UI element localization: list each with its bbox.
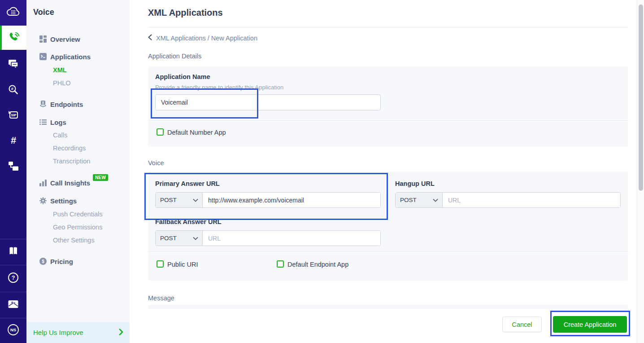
sidebar-item-applications[interactable]: Applications xyxy=(26,51,130,62)
sidebar-item-transcription[interactable]: Transcription xyxy=(26,156,130,167)
default-endpoint-app-checkbox[interactable] xyxy=(277,260,284,268)
help-us-improve-link[interactable]: Help Us Improve xyxy=(26,322,130,343)
hangup-url-input[interactable] xyxy=(443,193,620,207)
rail-item-phlo[interactable] xyxy=(0,155,26,179)
fallback-answer-url-label: Fallback Answer URL xyxy=(155,218,222,225)
hangup-url-label: Hangup URL xyxy=(395,180,435,187)
hash-glyph: # xyxy=(10,135,16,146)
billing-envelope-icon: $= xyxy=(8,299,19,311)
sidebar-item-recordings[interactable]: Recordings xyxy=(26,143,130,154)
fallback-method-select[interactable]: POST xyxy=(156,231,203,246)
primary-answer-url-label: Primary Answer URL xyxy=(155,180,220,187)
application-name-label: Application Name xyxy=(155,73,210,80)
docs-book-icon xyxy=(8,246,18,258)
sidebar-item-xml[interactable]: XML xyxy=(26,65,130,75)
rail-item-number-search[interactable]: # xyxy=(0,78,26,102)
hangup-method-select[interactable]: POST xyxy=(396,193,443,207)
create-application-button[interactable]: Create Application xyxy=(553,316,627,333)
sidebar-item-overview[interactable]: Overview xyxy=(26,34,130,44)
public-uri-label: Public URI xyxy=(167,261,198,268)
sidebar-item-logs[interactable]: Logs xyxy=(26,117,130,128)
rail-item-billing[interactable]: $= xyxy=(0,292,26,318)
sidebar-item-call-insights[interactable]: Call Insights NEW xyxy=(26,177,130,188)
help-us-improve-label: Help Us Improve xyxy=(33,329,83,336)
sidebar-item-settings[interactable]: Settings xyxy=(26,195,130,206)
plivo-logo-button[interactable] xyxy=(0,0,26,26)
rail-item-docs[interactable] xyxy=(0,239,26,265)
default-endpoint-app-label: Default Endpoint App xyxy=(287,261,348,268)
scrollbar-thumb[interactable] xyxy=(639,4,643,191)
title-divider xyxy=(148,27,628,27)
sidebar-item-label: Overview xyxy=(50,35,80,43)
sidebar-item-label: Geo Permissions xyxy=(53,224,102,231)
account-avatar: NS xyxy=(7,324,19,338)
sidebar-item-label: Call Insights xyxy=(50,179,90,187)
sidebar-item-label: Calls xyxy=(53,132,67,139)
application-name-input[interactable] xyxy=(155,94,381,110)
rail-item-messaging[interactable] xyxy=(0,53,26,77)
avatar-initials: NS xyxy=(10,327,16,332)
messaging-icon xyxy=(8,59,19,71)
sidebar-item-label: XML xyxy=(53,66,67,74)
rail-item-help[interactable]: ? xyxy=(0,265,26,292)
cancel-button[interactable]: Cancel xyxy=(502,317,542,332)
breadcrumb[interactable]: XML Applications / New Application xyxy=(148,34,257,42)
sidebar-item-endpoints[interactable]: Endpoints xyxy=(26,99,130,110)
primary-answer-url-input[interactable] xyxy=(203,193,380,207)
sidebar-item-geo-permissions[interactable]: Geo Permissions xyxy=(26,222,130,233)
rail-item-sip-trunking[interactable]: SIP xyxy=(0,104,26,128)
sidebar-item-other-settings[interactable]: Other Settings xyxy=(26,235,130,246)
primary-method-select[interactable]: POST xyxy=(156,193,203,207)
sidebar-item-push-credentials[interactable]: Push Credentials xyxy=(26,209,130,220)
sip-trunking-icon: SIP xyxy=(8,110,19,122)
new-badge: NEW xyxy=(93,174,108,181)
call-insights-bars-icon xyxy=(39,179,47,186)
sidebar-item-pricing[interactable]: $ Pricing xyxy=(26,256,130,267)
help-circle-icon: ? xyxy=(8,272,19,285)
sidebar-title: Voice xyxy=(33,8,54,17)
sidebar-item-calls[interactable]: Calls xyxy=(26,130,130,141)
rail-item-voice[interactable] xyxy=(0,26,26,50)
voice-sidebar: Voice Overview Applications XML PHLO xyxy=(26,0,130,343)
default-number-app-label: Default Number App xyxy=(167,129,226,136)
section-label-voice: Voice xyxy=(148,159,164,167)
plivo-logo-icon xyxy=(6,6,21,20)
sidebar-item-label: Settings xyxy=(50,197,77,205)
breadcrumb-path: XML Applications / New Application xyxy=(156,35,257,42)
sidebar-item-label: Logs xyxy=(50,119,66,126)
application-details-card: Application Name Provide a friendly name… xyxy=(148,66,628,147)
applications-terminal-icon xyxy=(39,53,47,60)
search-hash-glyph: # xyxy=(11,86,14,91)
main-content: XML Applications XML Applications / New … xyxy=(130,0,644,343)
sidebar-item-label: Endpoints xyxy=(50,101,83,108)
scrollbar-track[interactable] xyxy=(637,0,644,343)
hangup-method-value: POST xyxy=(400,197,417,203)
fallback-answer-url-input[interactable] xyxy=(203,231,380,246)
chevron-down-icon xyxy=(193,237,198,240)
fallback-answer-url-group: POST xyxy=(155,230,381,246)
voice-card: Primary Answer URL POST Hangup URL POST … xyxy=(148,172,628,281)
sidebar-item-phlo[interactable]: PHLO xyxy=(26,78,130,88)
default-number-app-checkbox[interactable] xyxy=(157,128,164,136)
chevron-down-icon xyxy=(433,198,438,202)
section-label-application-details: Application Details xyxy=(148,53,201,60)
public-uri-checkbox[interactable] xyxy=(157,260,164,268)
sidebar-item-label: Transcription xyxy=(53,158,90,165)
question-glyph: ? xyxy=(12,275,15,281)
rail-item-phone-numbers[interactable]: # xyxy=(0,129,26,154)
billing-glyph: $= xyxy=(11,301,15,305)
sidebar-item-label: Pricing xyxy=(50,258,73,265)
fallback-method-value: POST xyxy=(160,235,177,242)
endpoints-icon xyxy=(39,101,47,108)
sidebar-item-label: Applications xyxy=(50,53,91,61)
section-label-message: Message xyxy=(148,295,174,302)
app-rail: # SIP # xyxy=(0,0,26,343)
pricing-dollar-icon: $ xyxy=(39,258,47,265)
card-divider xyxy=(148,120,628,121)
form-footer: Cancel Create Application xyxy=(130,309,637,343)
sidebar-item-label: PHLO xyxy=(53,79,71,87)
page-title: XML Applications xyxy=(148,8,223,18)
application-name-helper: Provide a friendly name to identify this… xyxy=(155,84,283,91)
rail-item-account[interactable]: NS xyxy=(0,318,26,343)
chevron-right-icon xyxy=(119,329,123,337)
